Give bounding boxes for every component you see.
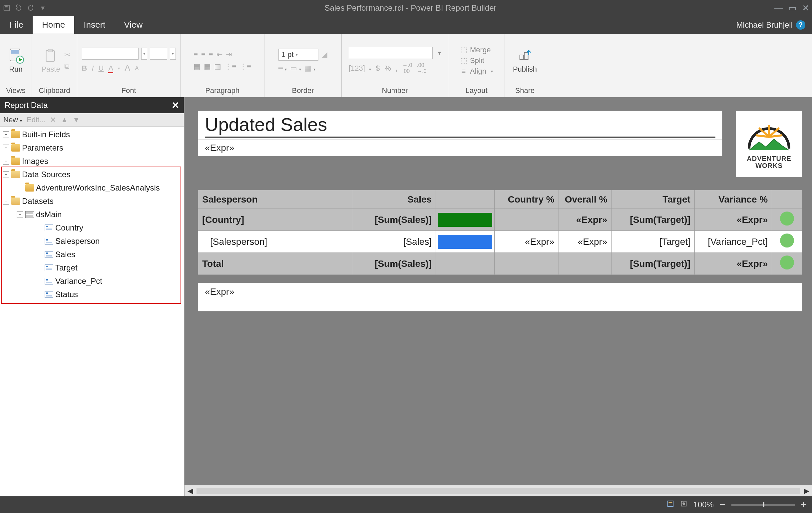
border-width-select[interactable]: 1 pt▾ xyxy=(279,49,318,61)
tree-node-datasource-adventureworks[interactable]: + AdventureWorksInc_SalesAnalysis xyxy=(1,181,182,195)
cell-detail-target[interactable]: [Target] xyxy=(611,231,694,253)
align-top-icon[interactable]: ▤ xyxy=(194,62,201,71)
publish-button[interactable]: Publish xyxy=(510,46,540,75)
cell-total-variancep[interactable]: «Expr» xyxy=(694,253,772,275)
scroll-right-icon[interactable]: ▶ xyxy=(801,485,812,497)
cell-detail-sales[interactable]: [Sales] xyxy=(353,231,436,253)
cell-detail-variancep[interactable]: [Variance_Pct] xyxy=(694,231,772,253)
cell-country-overallp[interactable]: «Expr» xyxy=(558,209,611,231)
report-design-surface[interactable]: Updated Sales «Expr» xyxy=(198,111,802,311)
run-button[interactable]: Run xyxy=(5,46,27,75)
scroll-left-icon[interactable]: ◀ xyxy=(184,485,196,497)
fill-color-icon[interactable]: ▭▾ xyxy=(290,64,301,73)
expand-icon[interactable]: + xyxy=(3,158,9,165)
number-format-select[interactable] xyxy=(349,47,433,59)
zoom-slider[interactable] xyxy=(731,504,795,506)
minimize-icon[interactable]: — xyxy=(774,3,783,13)
font-grow-button[interactable]: A xyxy=(124,63,130,73)
col-header-variancep[interactable]: Variance % xyxy=(694,190,772,209)
report-footer-textbox[interactable]: «Expr» xyxy=(198,283,802,311)
cell-detail-countryp[interactable]: «Expr» xyxy=(494,231,558,253)
tablix-header-row[interactable]: Salesperson Sales Country % Overall % Ta… xyxy=(198,190,802,209)
chevron-down-icon[interactable]: ▾ xyxy=(141,48,147,60)
bold-button[interactable]: B xyxy=(82,64,87,73)
tablix-region[interactable]: Salesperson Sales Country % Overall % Ta… xyxy=(198,190,802,275)
report-subtitle-textbox[interactable]: «Expr» xyxy=(198,140,722,156)
cell-detail-status[interactable] xyxy=(772,231,802,253)
copy-icon[interactable]: ⧉ xyxy=(64,62,70,70)
cell-country-target[interactable]: [Sum(Target)] xyxy=(611,209,694,231)
bullets-icon[interactable]: ⋮≡ xyxy=(225,62,236,71)
cell-country-group[interactable]: [Country] xyxy=(198,209,353,231)
collapse-icon[interactable]: − xyxy=(3,198,9,204)
tree-node-dataset-dsmain[interactable]: − dsMain xyxy=(1,208,182,221)
user-name[interactable]: Michael Bruhjell ? xyxy=(730,16,812,34)
cell-total-status[interactable] xyxy=(772,253,802,275)
align-bottom-icon[interactable]: ▥ xyxy=(214,62,221,71)
border-style-icon[interactable]: ━▾ xyxy=(279,64,287,73)
design-canvas[interactable]: Updated Sales «Expr» xyxy=(184,97,812,485)
menu-view[interactable]: View xyxy=(115,16,152,34)
horizontal-scrollbar[interactable]: ◀ ▶ xyxy=(184,485,812,496)
italic-button[interactable]: I xyxy=(92,64,94,73)
underline-button[interactable]: U xyxy=(98,64,104,73)
collapse-icon[interactable]: − xyxy=(3,171,9,178)
col-header-sales[interactable]: Sales xyxy=(353,190,436,209)
tree-node-field-status[interactable]: Status xyxy=(1,288,182,301)
percent-icon[interactable]: % xyxy=(384,64,391,73)
chevron-down-icon[interactable]: ▾ xyxy=(118,66,120,70)
tree-node-field-target[interactable]: Target xyxy=(1,261,182,275)
numbering-icon[interactable]: ⋮≡ xyxy=(239,62,251,71)
report-title-textbox[interactable]: Updated Sales xyxy=(198,111,722,140)
col-header-bar[interactable] xyxy=(436,190,495,209)
logo-image[interactable]: ADVENTUREWORKS xyxy=(736,111,802,177)
col-header-salesperson[interactable]: Salesperson xyxy=(198,190,353,209)
tree-node-data-sources[interactable]: − Data Sources xyxy=(1,168,182,181)
align-left-icon[interactable]: ≡ xyxy=(194,50,198,59)
increase-indent-icon[interactable]: ⇥ xyxy=(226,50,232,59)
preview-icon[interactable] xyxy=(680,500,688,509)
placeholder-icon[interactable]: [123] ▾ xyxy=(349,64,371,73)
tree-node-field-variance-pct[interactable]: Variance_Pct xyxy=(1,275,182,288)
font-size-select[interactable] xyxy=(150,48,167,60)
move-down-icon[interactable]: ▼ xyxy=(72,116,80,124)
col-header-countryp[interactable]: Country % xyxy=(494,190,558,209)
currency-icon[interactable]: $ xyxy=(376,64,380,73)
cell-total-label[interactable]: Total xyxy=(198,253,353,275)
zoom-level[interactable]: 100% xyxy=(693,500,714,509)
tree-node-datasets[interactable]: − Datasets xyxy=(1,195,182,208)
cell-country-countryp[interactable] xyxy=(494,209,558,231)
tree-node-images[interactable]: + Images xyxy=(1,154,182,168)
cell-country-sales[interactable]: [Sum(Sales)] xyxy=(353,209,436,231)
menu-file[interactable]: File xyxy=(0,16,33,34)
cell-total-countryp[interactable] xyxy=(494,253,558,275)
delete-icon[interactable]: ✕ xyxy=(50,116,56,124)
tree-node-field-salesperson[interactable]: Salesperson xyxy=(1,234,182,248)
save-icon[interactable] xyxy=(3,4,11,12)
help-icon[interactable]: ? xyxy=(796,20,805,30)
zoom-out-button[interactable]: − xyxy=(720,499,726,510)
expand-icon[interactable]: + xyxy=(3,145,9,151)
col-header-status[interactable] xyxy=(772,190,802,209)
cell-total-overallp[interactable] xyxy=(558,253,611,275)
new-button[interactable]: New ▾ xyxy=(3,116,22,124)
cell-detail-overallp[interactable]: «Expr» xyxy=(558,231,611,253)
decrease-decimal-icon[interactable]: .00→.0 xyxy=(417,62,426,74)
font-family-select[interactable] xyxy=(82,48,139,60)
tree-node-field-country[interactable]: Country xyxy=(1,221,182,234)
menu-insert[interactable]: Insert xyxy=(74,16,115,34)
cell-total-sales[interactable]: [Sum(Sales)] xyxy=(353,253,436,275)
cell-detail-bar[interactable] xyxy=(436,231,495,253)
align-middle-icon[interactable]: ▦ xyxy=(204,62,211,71)
col-header-overallp[interactable]: Overall % xyxy=(558,190,611,209)
col-header-target[interactable]: Target xyxy=(611,190,694,209)
align-button[interactable]: ≡Align▾ xyxy=(460,67,493,76)
collapse-icon[interactable]: − xyxy=(17,211,23,218)
edit-button[interactable]: Edit... xyxy=(27,116,45,124)
cell-country-bar[interactable] xyxy=(436,209,495,231)
cell-detail-salesperson[interactable]: [Salesperson] xyxy=(198,231,353,253)
font-shrink-button[interactable]: A xyxy=(135,65,139,71)
border-color-icon[interactable]: ◢ xyxy=(322,50,327,59)
decrease-indent-icon[interactable]: ⇤ xyxy=(216,50,223,59)
expand-icon[interactable]: + xyxy=(3,131,9,138)
